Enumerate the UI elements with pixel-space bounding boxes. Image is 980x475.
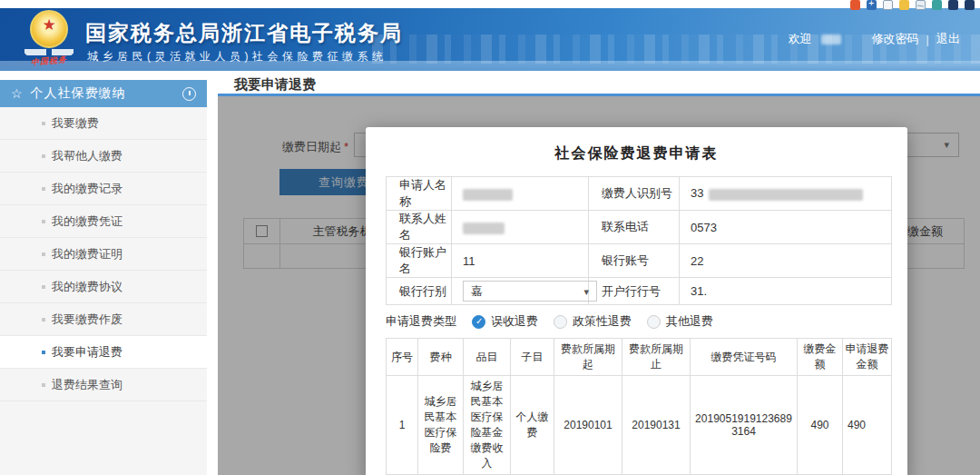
sidebar-item-payment-voucher[interactable]: 我的缴费凭证	[0, 205, 207, 238]
cell-period-start: 20190101	[554, 376, 622, 475]
sidebar-item-refund-result[interactable]: 退费结果查询	[0, 369, 207, 401]
detail-table-header-row: 序号 费种 品目 子目 费款所属期起 费款所属期止 缴费凭证号码 缴费金额 申请…	[387, 339, 892, 376]
masked-value	[463, 223, 505, 234]
applicant-name-value	[452, 177, 589, 211]
col-refund-amount: 申请退费金额	[843, 339, 892, 376]
page-title: 我要申请退费	[234, 76, 316, 94]
col-item: 品目	[464, 339, 511, 376]
col-period-start: 费款所属期起	[554, 339, 622, 376]
cell-item: 城乡居民基本医疗保险基金缴费收入	[464, 376, 511, 475]
refund-type-option-policy[interactable]: 政策性退费	[554, 313, 632, 330]
welcome-text: 欢迎	[789, 31, 812, 47]
sidebar-header[interactable]: ☆ 个人社保费缴纳	[0, 80, 207, 107]
browser-logo-icon[interactable]	[850, 0, 860, 10]
cell-refund-amount: 490	[843, 376, 892, 475]
bookmark-icon[interactable]	[948, 0, 958, 10]
refund-type-label: 申请退费类型	[386, 313, 456, 330]
col-subitem: 子目	[511, 339, 554, 376]
sidebar-item-pay[interactable]: 我要缴费	[0, 107, 207, 140]
logout-link[interactable]: 退出	[936, 31, 960, 47]
form-row: 申请人名称 缴费人识别号 33	[387, 177, 892, 211]
sidebar: ☆ 个人社保费缴纳 我要缴费 我帮他人缴费 我的缴费记录 我的缴费凭证 我的缴费…	[0, 80, 207, 475]
masked-username	[821, 35, 841, 45]
bank-branch-number-label: 开户行行号	[589, 278, 680, 305]
refund-detail-table: 序号 费种 品目 子目 费款所属期起 费款所属期止 缴费凭证号码 缴费金额 申请…	[386, 338, 892, 475]
bank-type-select[interactable]: 嘉 ▾	[463, 281, 597, 302]
bank-account-name-label: 银行账户名	[387, 244, 452, 278]
cell-seq: 1	[387, 376, 418, 475]
bank-account-number-value: 22	[680, 244, 892, 278]
clock-icon[interactable]	[883, 0, 893, 10]
cell-subitem: 个人缴费	[511, 376, 554, 475]
cell-pay-amount: 490	[798, 376, 843, 475]
bank-account-number-label: 银行账号	[589, 244, 680, 278]
site-title: 国家税务总局浙江省电子税务局	[85, 19, 403, 47]
radio-label: 误收退费	[491, 313, 538, 330]
sidebar-item-payment-cancel[interactable]: 我要缴费作废	[0, 303, 207, 336]
applicant-name-label: 申请人名称	[387, 177, 452, 211]
screen: 中国税务 国家税务总局浙江省电子税务局 城乡居民(灵活就业人员)社会保险费征缴系…	[0, 0, 980, 475]
taxpayer-id-label: 缴费人识别号	[589, 177, 680, 211]
taxpayer-id-value: 33	[680, 177, 892, 211]
change-password-link[interactable]: 修改密码	[872, 31, 919, 47]
tax-emblem-logo: 中国税务	[20, 10, 78, 70]
modal-title: 社会保险费退费申请表	[366, 144, 907, 163]
contact-phone-label: 联系电话	[589, 211, 680, 244]
col-period-end: 费款所属期止	[622, 339, 691, 376]
star-icon: ☆	[11, 86, 23, 101]
sidebar-item-payment-records[interactable]: 我的缴费记录	[0, 173, 207, 205]
contact-name-value	[452, 211, 589, 244]
chevron-down-icon: ▾	[583, 282, 589, 302]
cell-period-end: 20190131	[622, 376, 691, 475]
bank-account-name-value: 11	[452, 244, 589, 278]
applicant-info-table: 申请人名称 缴费人识别号 33 联系人姓名 联系电话 0573 银行账户名 11…	[386, 176, 892, 305]
sidebar-title: 个人社保费缴纳	[31, 85, 182, 102]
browser-strip	[0, 0, 980, 8]
form-row: 银行行别 嘉 ▾ 开户行行号 31.	[387, 278, 892, 305]
radio-checked-icon[interactable]	[472, 315, 485, 329]
sidebar-item-apply-refund[interactable]: 我要申请退费	[0, 336, 207, 369]
bulb-icon[interactable]	[899, 0, 909, 10]
site-banner: 中国税务 国家税务总局浙江省电子税务局 城乡居民(灵活就业人员)社会保险费征缴系…	[0, 7, 980, 71]
refund-type-row: 申请退费类型 误收退费 政策性退费 其他退费	[386, 313, 907, 330]
bank-branch-number-value: 31.	[680, 278, 892, 305]
masked-value	[709, 189, 863, 201]
national-emblem-icon	[30, 10, 68, 48]
form-row: 联系人姓名 联系电话 0573	[387, 211, 892, 244]
emblem-script-text: 中国税务	[20, 53, 79, 70]
radio-unchecked-icon[interactable]	[554, 315, 567, 329]
sidebar-item-payment-agreement[interactable]: 我的缴费协议	[0, 271, 207, 303]
bank-type-label: 银行行别	[387, 278, 452, 305]
refund-type-option-wrong-collection[interactable]: 误收退费	[472, 313, 538, 330]
refund-application-modal: 社会保险费退费申请表 申请人名称 缴费人识别号 33 联系人姓名 联系电话 05…	[366, 127, 907, 475]
contact-phone-value: 0573	[680, 211, 892, 244]
plus-icon[interactable]	[867, 0, 877, 10]
detail-table-data-row: 1 城乡居民基本医疗保险费 城乡居民基本医疗保险基金缴费收入 个人缴费 2019…	[387, 376, 892, 475]
history-clock-icon[interactable]	[182, 87, 196, 101]
sidebar-item-payment-certificate[interactable]: 我的缴费证明	[0, 238, 207, 271]
cell-fee-type: 城乡居民基本医疗保险费	[418, 376, 464, 475]
site-subtitle: 城乡居民(灵活就业人员)社会保险费征缴系统	[87, 49, 387, 64]
form-row: 银行账户名 11 银行账号 22	[387, 244, 892, 278]
sidebar-item-pay-for-others[interactable]: 我帮他人缴费	[0, 140, 207, 173]
link-separator: |	[926, 33, 929, 46]
mail-icon[interactable]	[916, 0, 926, 10]
apps-icon[interactable]	[965, 0, 975, 10]
globe-icon[interactable]	[932, 0, 942, 10]
contact-name-label: 联系人姓名	[387, 211, 452, 244]
masked-value	[463, 189, 513, 201]
radio-unchecked-icon[interactable]	[647, 315, 661, 329]
cell-voucher-number: 20190519191236893164	[691, 376, 798, 475]
refund-type-option-other[interactable]: 其他退费	[647, 313, 713, 330]
bank-type-cell: 嘉 ▾	[452, 278, 589, 305]
radio-label: 其他退费	[666, 313, 713, 330]
col-seq: 序号	[387, 339, 418, 376]
radio-label: 政策性退费	[573, 313, 632, 330]
col-fee-type: 费种	[418, 339, 464, 376]
col-voucher-number: 缴费凭证号码	[691, 339, 798, 376]
header-links: 欢迎 修改密码 | 退出	[789, 31, 960, 47]
col-pay-amount: 缴费金额	[798, 339, 843, 376]
browser-extension-icons	[850, 0, 975, 11]
